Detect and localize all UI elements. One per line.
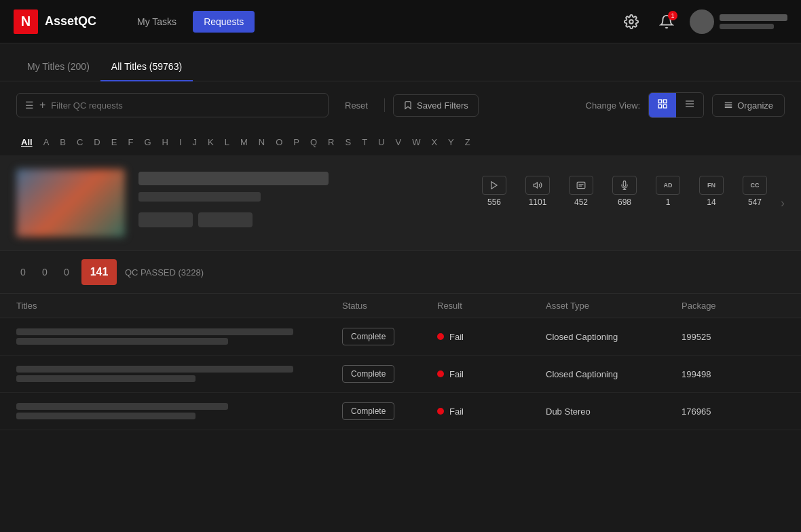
notifications-button[interactable]: 1 [654,10,679,34]
cc-text: CC [751,182,760,189]
alpha-btn-s[interactable]: S [340,134,356,150]
saved-filters-button[interactable]: Saved Filters [393,94,479,117]
list-view-button[interactable] [676,93,703,117]
alpha-btn-c[interactable]: C [72,134,88,150]
header-right: 1 [619,10,787,34]
alpha-btn-all[interactable]: All [16,134,37,150]
col-result: Result [437,301,546,311]
cell-title-2 [16,366,342,382]
app-header: N AssetQC My Tasks Requests 1 [0,0,801,43]
ad-icon: AD [656,176,680,195]
grid-view-button[interactable] [649,93,676,117]
nav-my-tasks[interactable]: My Tasks [126,11,187,33]
alpha-btn-w[interactable]: W [407,134,425,150]
alpha-btn-q[interactable]: Q [305,134,322,150]
qc-num-3: 0 [60,267,73,278]
alpha-btn-x[interactable]: X [426,134,442,150]
fail-dot-2 [437,370,444,377]
stat-ad-value: 1 [666,197,671,207]
asset-type-text-1: Closed Captioning [546,332,618,342]
qc-num-1: 0 [16,267,30,278]
col-status: Status [342,301,437,311]
stat-mic: 698 [612,176,637,207]
title-card[interactable]: 556 1101 452 [0,155,801,251]
qc-passed-count[interactable]: 141 [81,259,117,285]
app-title: AssetQC [45,14,96,28]
ad-text: AD [664,182,673,189]
reset-button[interactable]: Reset [337,100,376,111]
table-header: Titles Status Result Asset Type Package [0,294,801,318]
organize-button[interactable]: Organize [712,94,785,117]
tab-all-titles[interactable]: All Titles (59763) [100,53,193,81]
alpha-btn-g[interactable]: G [139,134,155,150]
svg-rect-4 [664,104,667,108]
stat-cc: CC 547 [743,176,767,207]
fn-text: FN [707,182,715,189]
asset-type-text-3: Dub Stereo [546,406,591,417]
cell-asset-type-2: Closed Captioning [546,368,682,379]
alpha-btn-z[interactable]: Z [460,134,475,150]
avatar [690,10,714,34]
table-row[interactable]: Complete Fail Closed Captioning 199525 [0,318,801,356]
title-info [138,169,468,227]
alpha-btn-k[interactable]: K [203,134,219,150]
title-tag-1 [138,212,193,227]
filter-icon: ☰ [25,100,34,111]
subtitles-icon [569,176,593,195]
alpha-btn-l[interactable]: L [220,134,234,150]
svg-rect-14 [577,182,585,188]
status-badge-1: Complete [342,328,394,345]
alpha-btn-v[interactable]: V [390,134,406,150]
alpha-btn-a[interactable]: A [39,134,54,150]
title-blur-line-3a [16,403,228,410]
col-package: Package [682,301,785,311]
filter-input-wrap[interactable]: ☰ + [16,93,329,117]
title-tabs: My Titles (200) All Titles (59763) [0,43,801,81]
alpha-btn-t[interactable]: T [357,134,372,150]
cell-result-2: Fail [437,369,546,379]
col-asset-type: Asset Type [546,301,682,311]
user-info [720,14,787,29]
package-id-1: 199525 [682,332,711,342]
title-stats: 556 1101 452 [482,169,767,207]
alpha-btn-d[interactable]: D [89,134,105,150]
alpha-btn-b[interactable]: B [55,134,71,150]
user-name [720,14,787,21]
svg-marker-13 [534,183,537,188]
col-titles: Titles [16,301,342,311]
filter-input[interactable] [51,100,320,111]
qc-num-2: 0 [38,267,52,278]
alpha-btn-r[interactable]: R [323,134,339,150]
alpha-btn-p[interactable]: P [288,134,304,150]
title-blur-line-3b [16,413,195,419]
cell-package-2: 199498 [682,368,785,379]
alpha-btn-u[interactable]: U [373,134,389,150]
alpha-btn-e[interactable]: E [107,134,122,150]
fail-text-3: Fail [449,406,464,417]
table-row[interactable]: Complete Fail Closed Captioning 199498 [0,356,801,393]
fn-icon: FN [699,176,724,195]
asset-type-text-2: Closed Captioning [546,369,618,379]
alpha-btn-f[interactable]: F [123,134,138,150]
svg-marker-12 [491,182,497,189]
table-row[interactable]: Complete Fail Dub Stereo 176965 [0,393,801,430]
alpha-btn-j[interactable]: J [188,134,202,150]
nav-requests[interactable]: Requests [193,11,255,33]
cell-result-3: Fail [437,406,546,417]
qc-status-label: QC PASSED (3228) [125,267,204,278]
alpha-btn-h[interactable]: H [157,134,173,150]
alpha-btn-i[interactable]: I [174,134,187,150]
netflix-logo: N [14,10,38,34]
alpha-btn-m[interactable]: M [236,134,253,150]
alpha-btn-o[interactable]: O [271,134,287,150]
alpha-btn-y[interactable]: Y [443,134,459,150]
fail-text-2: Fail [449,369,464,379]
alpha-btn-n[interactable]: N [254,134,269,150]
title-name [138,172,329,185]
settings-button[interactable] [619,10,644,34]
stat-fn-value: 14 [707,197,715,207]
cell-title-1 [16,328,342,345]
user-avatar-area[interactable] [690,10,787,34]
tab-my-titles[interactable]: My Titles (200) [16,53,100,81]
cell-package-1: 199525 [682,331,785,342]
